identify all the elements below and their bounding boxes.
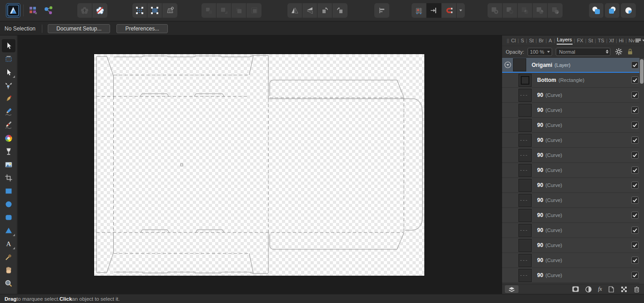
layer-row-90[interactable]: 90(Curve) — [502, 223, 644, 238]
panel-tab-br[interactable]: Br — [538, 38, 544, 43]
layer-row-90[interactable]: 90(Curve) — [502, 178, 644, 193]
layer-visibility-checkbox[interactable] — [631, 167, 639, 174]
document-setup-button[interactable]: Document Setup... — [48, 24, 110, 33]
snapping-magnet-button[interactable] — [442, 3, 457, 18]
layer-row-origami[interactable]: Origami(Layer) — [502, 58, 644, 73]
layer-row-90[interactable]: 90(Curve) — [502, 88, 644, 103]
opacity-dropdown[interactable]: 100 % — [528, 48, 552, 56]
layer-name[interactable]: 90 — [537, 152, 543, 158]
layer-name[interactable]: 90 — [537, 257, 543, 263]
layer-visibility-checkbox[interactable] — [631, 182, 639, 189]
mask-layer-button[interactable] — [572, 286, 579, 292]
layer-row-90[interactable]: 90(Curve) — [502, 148, 644, 163]
rectangle-tool[interactable] — [2, 184, 15, 197]
defaults-revert-button[interactable] — [92, 3, 107, 18]
layer-row-90[interactable]: 90(Curve) — [502, 118, 644, 133]
layer-name[interactable]: 90 — [537, 122, 543, 128]
layer-visibility-checkbox[interactable] — [631, 61, 639, 69]
hand-tool[interactable] — [2, 263, 15, 277]
scrollbar-track[interactable] — [639, 58, 644, 284]
pen-tool[interactable] — [2, 92, 15, 105]
export-persona-button[interactable] — [42, 4, 55, 17]
layer-thumbnail[interactable] — [518, 164, 532, 177]
panel-tab-layers[interactable]: Layers — [557, 37, 573, 45]
snap-grid-button[interactable] — [412, 3, 427, 18]
boolean-combine-button[interactable] — [548, 3, 563, 18]
panel-tab-s[interactable]: S — [520, 38, 524, 43]
layer-visibility-checkbox[interactable] — [631, 272, 639, 279]
marquee-lines-button[interactable] — [147, 3, 162, 18]
blend-mode-dropdown[interactable]: Normal — [556, 48, 610, 56]
panel-menu-icon[interactable] — [635, 38, 644, 43]
layer-name[interactable]: 90 — [537, 137, 543, 143]
panel-tab-a[interactable]: A — [548, 38, 552, 43]
snapping-caret-button[interactable] — [457, 3, 465, 18]
layer-name[interactable]: 90 — [537, 212, 543, 218]
place-image-tool[interactable] — [2, 158, 15, 171]
layer-visibility-checkbox[interactable] — [631, 91, 639, 99]
node-tool[interactable] — [2, 66, 15, 79]
panel-tab-st[interactable]: St — [588, 38, 593, 43]
marquee-dots-button[interactable] — [132, 3, 147, 18]
layer-row-90[interactable]: 90(Curve) — [502, 193, 644, 208]
layer-name[interactable]: 90 — [537, 107, 543, 113]
transform-cage-button[interactable] — [162, 3, 177, 18]
layer-visibility-checkbox[interactable] — [631, 152, 639, 159]
panel-tab-st[interactable]: St — [528, 38, 534, 43]
document-canvas[interactable] — [94, 54, 424, 276]
insert-on-top-button[interactable] — [621, 3, 636, 18]
scrollbar-thumb[interactable] — [640, 59, 644, 84]
layer-row-90[interactable]: 90(Curve) — [502, 133, 644, 148]
layer-name[interactable]: 90 — [537, 227, 543, 233]
pixel-persona-button[interactable] — [26, 4, 40, 17]
ellipse-tool[interactable] — [2, 197, 15, 211]
move-forward-button[interactable] — [216, 3, 231, 18]
layer-thumbnail[interactable] — [518, 209, 532, 222]
zoom-tool[interactable] — [2, 277, 15, 290]
layer-visibility-checkbox[interactable] — [631, 257, 639, 264]
layer-thumbnail[interactable] — [518, 194, 532, 207]
flip-horizontal-button[interactable] — [287, 3, 302, 18]
layer-name[interactable]: Origami — [532, 62, 552, 68]
delete-layer-icon[interactable] — [634, 286, 639, 293]
designer-persona-button[interactable] — [6, 4, 20, 17]
eyedropper-tool[interactable] — [2, 250, 15, 263]
layer-visibility-checkbox[interactable] — [631, 242, 639, 249]
document-viewport[interactable] — [18, 35, 502, 294]
layer-row-90[interactable]: 90(Curve) — [502, 103, 644, 118]
layer-name[interactable]: Bottom — [537, 77, 556, 83]
panel-tab-fx[interactable]: FX — [576, 38, 584, 43]
layer-thumbnail[interactable] — [518, 74, 532, 87]
layer-visibility-checkbox[interactable] — [631, 197, 639, 204]
color-wheel-tool[interactable] — [2, 131, 15, 145]
rounded-rectangle-tool[interactable] — [2, 211, 15, 224]
layer-thumbnail[interactable] — [518, 179, 532, 192]
new-layer-icon[interactable] — [609, 286, 614, 293]
layer-expand-arrow[interactable] — [502, 61, 513, 68]
boolean-intersect-button[interactable] — [518, 3, 533, 18]
panel-tab-cl[interactable]: Cl — [511, 38, 516, 43]
layer-name[interactable]: 90 — [537, 167, 543, 173]
rotate-cw-button[interactable] — [332, 3, 347, 18]
layer-name[interactable]: 90 — [537, 242, 543, 248]
layer-visibility-checkbox[interactable] — [631, 106, 639, 114]
layer-visibility-checkbox[interactable] — [631, 76, 639, 84]
rotate-ccw-button[interactable] — [317, 3, 332, 18]
layer-visibility-checkbox[interactable] — [631, 136, 639, 144]
move-tool[interactable] — [2, 39, 15, 52]
layer-thumbnail[interactable] — [518, 134, 532, 147]
flip-vertical-button[interactable] — [302, 3, 317, 18]
layer-thumbnail[interactable] — [518, 89, 532, 102]
layer-thumbnail[interactable] — [518, 269, 532, 282]
panel-tab-hi[interactable]: Hi — [619, 38, 624, 43]
move-to-back-button[interactable] — [247, 3, 262, 18]
alignment-button[interactable] — [374, 3, 389, 18]
triangle-tool[interactable] — [2, 224, 15, 237]
layer-row-bottom[interactable]: Bottom(Rectangle) — [502, 73, 644, 88]
layer-thumbnail[interactable] — [518, 149, 532, 162]
layer-name[interactable]: 90 — [537, 92, 543, 98]
layer-row-90[interactable]: 90(Curve) — [502, 253, 644, 268]
new-pixel-layer-icon[interactable] — [621, 286, 627, 293]
crop-tool[interactable] — [2, 171, 15, 184]
point-transform-tool[interactable] — [2, 79, 15, 92]
